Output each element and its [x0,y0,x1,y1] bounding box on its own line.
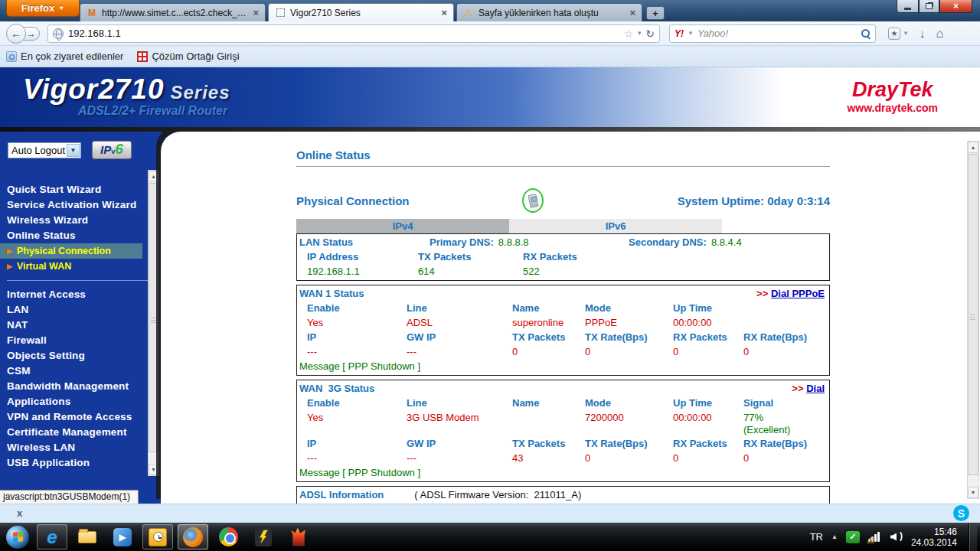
adsl-firmware-version: ( ADSL Firmware Version: 211011_A) [414,487,581,502]
tab-strip: M http://www.simet.c...ects2.check_ticke… [80,3,665,21]
dial-pppoe-link[interactable]: Dial PPPoE [771,288,825,299]
bookmarks-panel-icon[interactable]: ★ [888,28,900,40]
url-input[interactable]: 192.168.1.1 [68,28,619,39]
sidebar-item-csm[interactable]: CSM [0,364,161,379]
volume-icon[interactable] [890,532,903,543]
window-controls: × [897,0,972,13]
wan1-status-box: WAN 1 Status >> Dial PPPoE EnableLine Na… [296,285,830,376]
window-titlebar[interactable]: Firefox ▼ M http://www.simet.c...ects2.c… [0,0,980,21]
windows-taskbar: e ▶ TR ▲ ✓ ⚠ 15:46 24.03.2014 [0,523,980,551]
close-button[interactable]: × [939,0,972,13]
sidebar-item-online-status[interactable]: Online Status [0,228,161,243]
taskbar-firefox[interactable] [178,524,208,549]
search-icon[interactable] [861,28,871,38]
taskbar-chrome[interactable] [213,524,243,549]
yahoo-logo-icon[interactable]: Y! [675,28,684,39]
tab-close-icon[interactable]: × [441,7,447,18]
taskbar-internet-explorer[interactable]: e [37,524,67,549]
scroll-down-icon[interactable]: ▼ [968,487,978,498]
bookmark-most-visited[interactable]: En çok ziyaret edilenler [6,51,123,62]
sidebar-scrollbar[interactable]: ▲ ▼ [148,170,159,476]
flame-icon [290,528,307,546]
bookmark-partner-login[interactable]: Çözüm Ortağı Girişi [137,51,239,62]
language-indicator[interactable]: TR [810,531,823,543]
taskbar-outlook[interactable] [142,524,173,549]
wan3g-status-box: WAN 3G Status >> Dial EnableLine NameMod… [296,380,830,482]
sidebar-item-internet-access[interactable]: Internet Access [0,287,161,302]
action-center-icon[interactable]: ✓ [846,531,860,543]
minimize-button[interactable] [897,0,919,13]
ipv6-button[interactable]: IPv6 [92,141,132,159]
search-engine-dropdown-icon[interactable]: ▼ [688,30,694,37]
taskbar-media-player[interactable]: ▶ [107,524,138,549]
bookmark-star-icon[interactable]: ☆ [624,28,634,40]
page-title: Online Status [296,148,830,161]
tab-close-icon[interactable]: × [253,7,259,18]
sidebar-item-firewall[interactable]: Firewall [0,333,161,348]
dial-link[interactable]: Dial [806,383,825,394]
scrollbar-thumb[interactable] [968,154,978,475]
taskbar-clock[interactable]: 15:46 24.03.2014 [911,527,960,548]
taskbar-flame-app[interactable] [283,524,314,549]
hidden-icons-icon[interactable]: ▲ [831,533,838,540]
sidebar-item-quick-start-wizard[interactable]: Quick Start Wizard [0,182,161,197]
bookmarks-bar: En çok ziyaret edilenler Çözüm Ortağı Gi… [0,46,980,67]
system-tray: TR ▲ ✓ ⚠ 15:46 24.03.2014 [810,523,980,551]
sidebar-item-wireless-wizard[interactable]: Wireless Wizard [0,213,161,228]
scroll-up-icon[interactable]: ▲ [149,171,158,182]
sidebar-menu: Quick Start Wizard Service Activation Wi… [0,182,161,471]
sidebar-item-objects-setting[interactable]: Objects Setting [0,348,161,364]
dial-arrows: >> [756,288,768,299]
search-input[interactable]: Yahoo! [697,28,857,39]
sidebar-item-certificate-management[interactable]: Certificate Management [0,425,161,440]
bookmarks-dropdown-icon[interactable]: ▼ [903,30,909,37]
sidebar-item-nat[interactable]: NAT [0,318,161,333]
firefox-menu-button[interactable]: Firefox ▼ [6,0,80,17]
new-tab-button[interactable]: + [646,6,665,20]
ie-icon: e [47,528,57,546]
tab-error-page[interactable]: ⚠ Sayfa yüklenirken hata oluştu × [456,3,642,21]
wan1-values-row1: YesADSL superonlinePPPoE 00:00:00 [297,315,829,330]
auto-logout-select[interactable]: Auto Logout ▼ [8,142,81,158]
taskbar-winamp[interactable] [248,524,279,549]
sidebar-item-physical-connection[interactable]: ▶ Physical Connection [0,243,142,259]
start-button[interactable] [6,526,29,549]
downloads-icon[interactable]: ↓ [920,27,926,40]
sidebar-item-wireless-lan[interactable]: Wireless LAN [0,440,161,455]
skype-icon[interactable]: S [953,505,969,521]
sidebar-item-bandwidth-management[interactable]: Bandwidth Management [0,379,161,394]
scrollbar-thumb[interactable] [149,183,158,452]
tab-simet[interactable]: M http://www.simet.c...ects2.check_ticke… [80,3,266,21]
url-dropdown-icon[interactable]: ▼ [636,30,642,37]
lan-values: 192.168.1.1614522 [297,264,829,279]
select-arrow-icon[interactable]: ▼ [67,144,80,157]
wan3g-headers-row2: IPGW IP TX PacketsTX Rate(Bps) RX Packet… [297,436,829,451]
scroll-up-icon[interactable]: ▲ [968,142,978,153]
tab-ipv4[interactable]: IPv4 [296,219,509,233]
wan1-status-title: WAN 1 Status [299,286,364,301]
network-icon[interactable]: ⚠ [868,531,882,543]
sidebar-item-virtual-wan[interactable]: ▶ Virtual WAN [0,259,161,274]
addon-bar-close-icon[interactable]: x [17,507,22,519]
sidebar-item-service-activation-wizard[interactable]: Service Activation Wizard [0,197,161,213]
search-bar[interactable]: Y! ▼ Yahoo! [669,24,876,43]
sidebar-item-lan[interactable]: LAN [0,302,161,318]
show-desktop-button[interactable] [969,523,977,551]
adsl-information-box: ADSL Information ( ADSL Firmware Version… [296,486,830,504]
sidebar-item-vpn-remote-access[interactable]: VPN and Remote Access [0,409,161,425]
ip-version-tabs: IPv4 IPv6 [296,219,830,233]
sidebar-item-usb-application[interactable]: USB Application [0,455,161,471]
restore-button[interactable] [919,0,939,13]
tab-close-icon[interactable]: × [629,7,635,18]
reload-icon[interactable]: ↻ [645,28,655,40]
winamp-icon [255,528,272,546]
taskbar-file-explorer[interactable] [72,524,103,549]
scroll-down-icon[interactable]: ▼ [149,464,158,475]
page-scrollbar[interactable]: ▲ ▼ [967,141,979,499]
sidebar-item-applications[interactable]: Applications [0,394,161,409]
home-icon[interactable]: ⌂ [936,27,943,41]
url-bar[interactable]: 192.168.1.1 ☆ ▼ ↻ [47,24,660,43]
tab-ipv6[interactable]: IPv6 [509,219,722,233]
back-button[interactable]: ← [6,24,26,44]
tab-vigor2710[interactable]: Vigor2710 Series × [268,3,454,21]
